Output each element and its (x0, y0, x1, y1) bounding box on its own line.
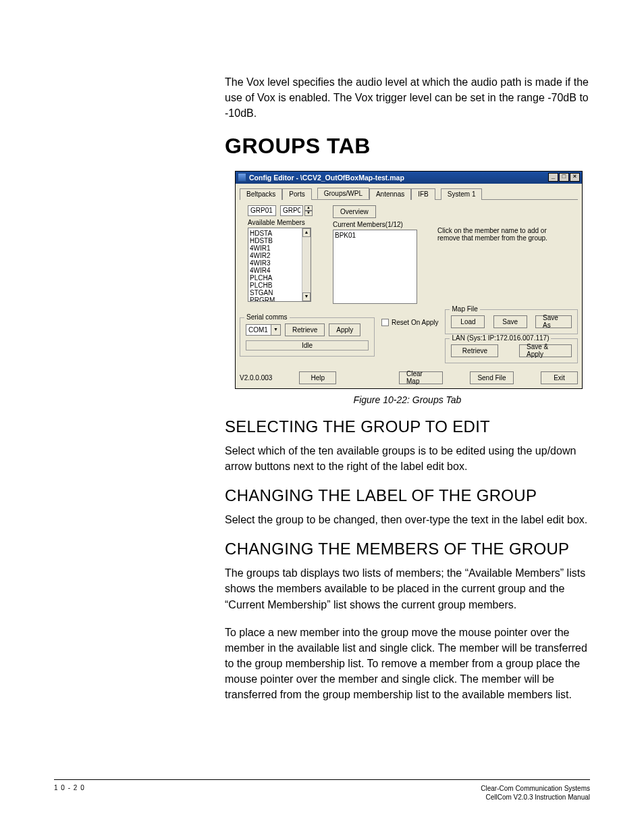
paragraph-selecting: Select which of the ten available groups… (225, 443, 590, 474)
heading-selecting-group: SELECTING THE GROUP TO EDIT (225, 417, 590, 436)
checkbox-icon[interactable] (381, 319, 389, 326)
titlebar: Config Editor - \CCV2_OutOfBoxMap-test.m… (236, 172, 582, 184)
figure-caption: Figure 10-22: Groups Tab (225, 394, 590, 405)
scroll-down-icon[interactable]: ▼ (302, 292, 311, 301)
footer-manual: CellCom V2.0.3 Instruction Manual (481, 793, 590, 802)
list-item[interactable]: 4WIR4 (250, 267, 309, 274)
save-as-button[interactable]: Save As (535, 315, 572, 328)
scrollbar[interactable]: ▲ ▼ (302, 228, 311, 301)
tab-ifb[interactable]: IFB (411, 188, 435, 200)
footer-company: Clear-Com Communication Systems (481, 784, 590, 793)
heading-changing-label: CHANGING THE LABEL OF THE GROUP (225, 486, 590, 505)
lan-retrieve-button[interactable]: Retrieve (451, 344, 498, 357)
help-button[interactable]: Help (299, 371, 336, 384)
heading-changing-members: CHANGING THE MEMBERS OF THE GROUP (225, 540, 590, 558)
serial-comms-group: Serial comms COM1 ▼ Retrieve Apply Idle (240, 317, 375, 357)
window-title: Config Editor - \CCV2_OutOfBoxMap-test.m… (249, 174, 547, 182)
lan-legend: LAN (Sys:1 IP:172.016.007.117) (450, 334, 551, 342)
list-item[interactable]: HDSTB (250, 237, 309, 244)
list-item[interactable]: PLCHB (250, 282, 309, 289)
lan-group: LAN (Sys:1 IP:172.016.007.117) Retrieve … (445, 338, 578, 363)
save-button[interactable]: Save (493, 315, 527, 328)
app-icon (238, 173, 246, 182)
exit-button[interactable]: Exit (541, 371, 578, 384)
available-members-label: Available Members (248, 219, 313, 226)
load-button[interactable]: Load (451, 315, 485, 328)
group-spin-down[interactable]: ▼ (304, 211, 313, 216)
scroll-up-icon[interactable]: ▲ (302, 228, 311, 237)
page-number: 1 0 - 2 0 (54, 784, 85, 802)
overview-button[interactable]: Overview (333, 205, 376, 218)
group-label-input[interactable] (248, 205, 276, 216)
list-item[interactable]: 4WIR2 (250, 252, 309, 259)
current-members-list[interactable]: BPK01 (333, 230, 417, 304)
apply-button[interactable]: Apply (329, 323, 360, 336)
reset-on-apply-checkbox[interactable]: Reset On Apply (381, 319, 438, 326)
config-editor-window: Config Editor - \CCV2_OutOfBoxMap-test.m… (235, 171, 583, 389)
group-spin-value[interactable] (280, 205, 303, 216)
list-item[interactable]: BPK01 (335, 232, 415, 239)
tab-system1[interactable]: System 1 (441, 188, 483, 200)
minimize-button[interactable]: _ (548, 173, 558, 182)
list-item[interactable]: 4WIR1 (250, 244, 309, 252)
tabs: Beltpacks Ports Groups/WPL Antennas IFB … (240, 188, 578, 200)
version-label: V2.0.0.003 (240, 374, 272, 382)
tab-groups-wpl[interactable]: Groups/WPL (317, 188, 369, 199)
list-item[interactable]: PLCHA (250, 274, 309, 282)
heading-groups-tab: GROUPS TAB (225, 134, 590, 159)
list-item[interactable]: STGAN (250, 289, 309, 296)
send-file-button[interactable]: Send File (470, 371, 514, 384)
map-file-legend: Map File (450, 305, 479, 313)
clear-map-button[interactable]: Clear Map (399, 371, 443, 384)
group-spin-up[interactable]: ▲ (304, 205, 313, 211)
maximize-button[interactable]: □ (559, 173, 569, 182)
paragraph-label: Select the group to be changed, then ove… (225, 512, 590, 527)
available-members-list[interactable]: HDSTA HDSTB 4WIR1 4WIR2 4WIR3 4WIR4 PLCH… (248, 228, 311, 302)
list-item[interactable]: PRGRM (250, 296, 309, 302)
list-item[interactable]: 4WIR3 (250, 259, 309, 267)
current-members-label: Current Members(1/12) (333, 221, 417, 228)
status-text: Idle (246, 340, 369, 350)
paragraph-members-1: The groups tab displays two lists of mem… (225, 565, 590, 613)
map-file-group: Map File Load Save Save As (445, 309, 578, 334)
retrieve-button[interactable]: Retrieve (285, 323, 325, 336)
serial-comms-legend: Serial comms (244, 313, 290, 321)
hint-text: Click on the member name to add or remov… (437, 227, 559, 242)
chevron-down-icon[interactable]: ▼ (271, 325, 280, 335)
intro-paragraph: The Vox level specifies the audio level … (225, 74, 590, 122)
com-port-select[interactable]: COM1 ▼ (246, 324, 281, 336)
tab-antennas[interactable]: Antennas (369, 188, 411, 200)
close-button[interactable]: × (570, 173, 580, 182)
save-apply-button[interactable]: Save & Apply (519, 344, 572, 357)
tab-beltpacks[interactable]: Beltpacks (240, 188, 282, 200)
paragraph-members-2: To place a new member into the group mov… (225, 625, 590, 703)
tab-ports[interactable]: Ports (282, 188, 311, 200)
list-item[interactable]: HDSTA (250, 230, 309, 237)
